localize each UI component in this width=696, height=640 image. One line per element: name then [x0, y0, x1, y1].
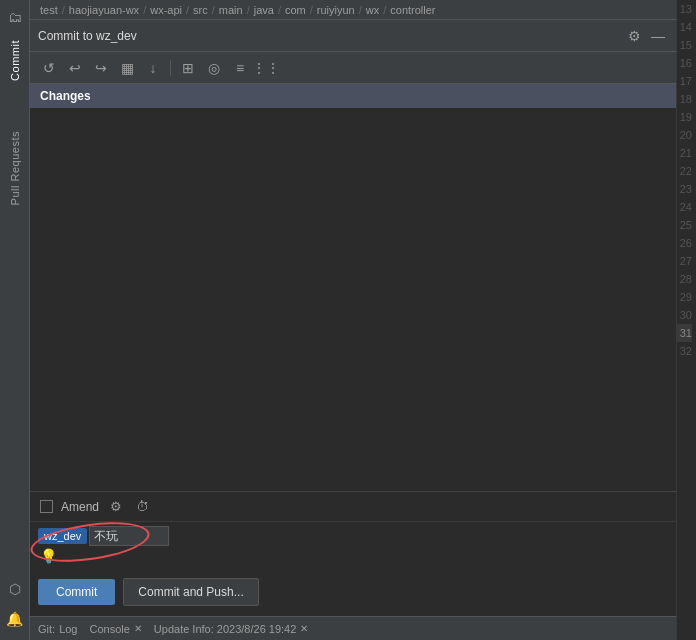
breadcrumb-item: ruiyiyun: [317, 4, 355, 16]
amend-row: Amend ⚙ ⏱: [30, 492, 676, 522]
refresh-button[interactable]: ↺: [38, 57, 60, 79]
line-num: 29: [680, 288, 692, 306]
sidebar-icon-bottom[interactable]: ⬡: [4, 578, 26, 600]
list-button[interactable]: ≡: [229, 57, 251, 79]
line-num: 16: [680, 54, 692, 72]
amend-history-button[interactable]: ⏱: [133, 498, 151, 516]
breadcrumb-item: wx: [366, 4, 379, 16]
panel-header: Commit to wz_dev ⚙ —: [30, 20, 676, 52]
update-info-close-icon[interactable]: ✕: [300, 623, 308, 634]
branch-tag: wz_dev: [38, 528, 87, 544]
git-status-item: Git: Log: [38, 623, 77, 635]
lightbulb-icon: 💡: [38, 546, 668, 566]
log-link[interactable]: Log: [59, 623, 77, 635]
sidebar-icon-bottom2[interactable]: 🔔: [4, 608, 26, 630]
line-num: 32: [680, 342, 692, 360]
line-num: 25: [680, 216, 692, 234]
git-label: Git:: [38, 623, 55, 635]
eye-button[interactable]: ◎: [203, 57, 225, 79]
panel-actions: ⚙ —: [624, 26, 668, 46]
push-button[interactable]: ↓: [142, 57, 164, 79]
sidebar-label-commit[interactable]: Commit: [9, 40, 21, 81]
update-info-item: Update Info: 2023/8/26 19:42 ✕: [154, 623, 309, 635]
line-num: 23: [680, 180, 692, 198]
line-num: 30: [680, 306, 692, 324]
stage-button[interactable]: ▦: [116, 57, 138, 79]
changes-section: Changes: [30, 84, 676, 108]
line-num: 28: [680, 270, 692, 288]
breadcrumb: test / haojiayuan-wx / wx-api / src / ma…: [30, 0, 676, 20]
line-num: 19: [680, 108, 692, 126]
line-num: 18: [680, 90, 692, 108]
line-num: 13: [680, 0, 692, 18]
toolbar: ↺ ↩ ↪ ▦ ↓ ⊞ ◎ ≡ ⋮⋮: [30, 52, 676, 84]
line-num-active: 31: [677, 324, 692, 342]
changes-label: Changes: [40, 89, 91, 103]
update-info-text: Update Info: 2023/8/26 19:42: [154, 623, 297, 635]
amend-settings-button[interactable]: ⚙: [107, 498, 125, 516]
commit-input-area: wz_dev 💡: [30, 522, 676, 570]
commit-buttons: Commit Commit and Push...: [30, 570, 676, 616]
line-num: 26: [680, 234, 692, 252]
line-num: 20: [680, 126, 692, 144]
commit-msg-wrapper: wz_dev: [38, 526, 169, 546]
line-num: 17: [680, 72, 692, 90]
line-num: 21: [680, 144, 692, 162]
line-num: 24: [680, 198, 692, 216]
sidebar-label-pullrequests[interactable]: Pull Requests: [9, 131, 21, 205]
redo-button[interactable]: ↪: [90, 57, 112, 79]
breadcrumb-item: main: [219, 4, 243, 16]
breadcrumb-item: controller: [390, 4, 435, 16]
amend-checkbox[interactable]: [40, 500, 53, 513]
breadcrumb-item: haojiayuan-wx: [69, 4, 139, 16]
line-num: 14: [680, 18, 692, 36]
commit-button[interactable]: Commit: [38, 579, 115, 605]
console-link[interactable]: Console: [89, 623, 129, 635]
line-numbers: 13 14 15 16 17 18 19 20 21 22 23 24 25 2…: [676, 0, 696, 640]
undo-button[interactable]: ↩: [64, 57, 86, 79]
breadcrumb-item: wx-api: [150, 4, 182, 16]
breadcrumb-item: java: [254, 4, 274, 16]
layout-button[interactable]: ⊞: [177, 57, 199, 79]
main-area: test / haojiayuan-wx / wx-api / src / ma…: [30, 0, 676, 640]
settings-button[interactable]: ⚙: [624, 26, 644, 46]
status-bar: Git: Log Console ✕ Update Info: 2023/8/2…: [30, 616, 676, 640]
toolbar-separator: [170, 60, 171, 76]
commit-message-input[interactable]: [89, 526, 169, 546]
line-num: 15: [680, 36, 692, 54]
breadcrumb-item: src: [193, 4, 208, 16]
breadcrumb-item: test: [40, 4, 58, 16]
console-status-item: Console ✕: [89, 623, 141, 635]
line-num: 27: [680, 252, 692, 270]
sidebar: 🗂 Commit Pull Requests ⬡ 🔔: [0, 0, 30, 640]
amend-label: Amend: [61, 500, 99, 514]
panel-title: Commit to wz_dev: [38, 29, 137, 43]
bottom-section: Amend ⚙ ⏱ wz_dev 💡 Commit Commit and Pus…: [30, 491, 676, 616]
console-close-icon[interactable]: ✕: [134, 623, 142, 634]
commit-push-button[interactable]: Commit and Push...: [123, 578, 258, 606]
line-num: 22: [680, 162, 692, 180]
file-list-area[interactable]: [30, 108, 676, 491]
sidebar-icon-1[interactable]: 🗂: [4, 6, 26, 28]
breadcrumb-item: com: [285, 4, 306, 16]
minimize-button[interactable]: —: [648, 26, 668, 46]
filter-button[interactable]: ⋮⋮: [255, 57, 277, 79]
